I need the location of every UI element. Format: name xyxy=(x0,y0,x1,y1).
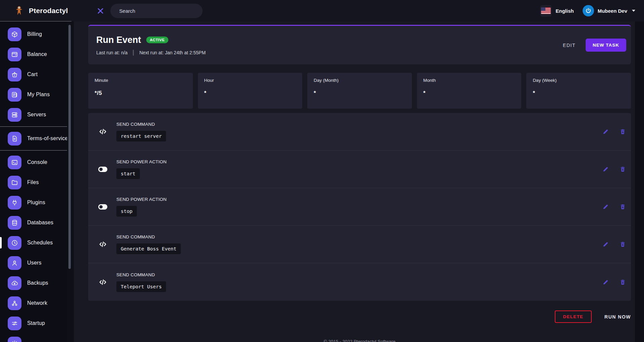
pterodactyl-logo xyxy=(13,5,25,16)
sidebar-item-plugins[interactable]: Plugins xyxy=(0,192,67,213)
sidebar-item-terms-of-service[interactable]: Terms-of-service xyxy=(0,128,67,149)
document-icon xyxy=(8,132,21,146)
task-type-label: SEND COMMAND xyxy=(116,122,166,127)
sidebar-item-backups[interactable]: Backups xyxy=(0,273,67,293)
box-icon xyxy=(8,27,21,41)
wallet-icon xyxy=(8,48,21,61)
us-flag-icon xyxy=(540,5,552,17)
cron-box-day-month: Day (Month) * xyxy=(307,73,412,109)
edit-icon[interactable] xyxy=(602,279,609,285)
task-row: SEND POWER ACTION stop xyxy=(88,188,631,226)
run-now-button[interactable]: RUN NOW xyxy=(604,314,631,320)
plug-icon xyxy=(8,196,21,210)
meta-divider xyxy=(133,50,134,56)
server-icon xyxy=(8,108,21,122)
delete-button[interactable]: DELETE xyxy=(555,310,592,323)
cron-row: Minute */5 Hour * Day (Month) * Month * … xyxy=(88,73,631,109)
page-title: Run Event xyxy=(96,35,141,45)
database-icon xyxy=(8,216,21,230)
sidebar-item-partial[interactable] xyxy=(0,333,67,342)
task-row: SEND COMMAND Teleport Users xyxy=(88,263,631,301)
trash-icon[interactable] xyxy=(619,279,626,285)
edit-button[interactable]: EDIT xyxy=(563,43,576,48)
trash-icon[interactable] xyxy=(619,204,626,210)
cron-box-day-week: Day (Week) * xyxy=(526,73,631,109)
next-run-text: Next run at: Jan 24th at 2:55PM xyxy=(139,50,206,55)
task-type-label: SEND POWER ACTION xyxy=(116,159,167,164)
last-run-text: Last run at: n/a xyxy=(96,50,127,55)
sidebar-divider xyxy=(0,126,67,127)
sliders-icon xyxy=(8,317,21,330)
sidebar-item-schedules[interactable]: Schedules xyxy=(0,233,67,253)
footer-copyright: © 2015 - 2022 Pterodactyl Software xyxy=(88,339,631,342)
trash-icon[interactable] xyxy=(619,241,626,248)
chevron-down-icon xyxy=(632,10,635,12)
user-name: Mubeen Dev xyxy=(598,8,627,14)
sidebar-item-servers[interactable]: Servers xyxy=(0,105,67,125)
toggle-icon xyxy=(98,167,108,172)
sidebar-divider xyxy=(0,150,67,151)
sidebar-item-balance[interactable]: Balance xyxy=(0,44,67,64)
schedule-header-card: Run Event ACTIVE Last run at: n/a Next r… xyxy=(88,25,631,64)
toggle-icon xyxy=(98,204,108,210)
task-list: SEND COMMAND restart server SEND POWER A… xyxy=(88,113,631,301)
task-payload: Teleport Users xyxy=(116,281,166,292)
sidebar: Billing Balance Cart My Plans Servers Te… xyxy=(0,21,67,342)
user-icon xyxy=(8,256,21,270)
task-row: SEND COMMAND Generate Boss Event xyxy=(88,226,631,263)
trash-icon[interactable] xyxy=(619,166,626,173)
code-icon xyxy=(98,240,108,249)
language-switcher[interactable]: English xyxy=(540,5,574,17)
edit-icon[interactable] xyxy=(602,241,609,248)
terminal-icon xyxy=(8,156,21,169)
sidebar-item-my-plans[interactable]: My Plans xyxy=(0,84,67,105)
sidebar-item-billing[interactable]: Billing xyxy=(0,24,67,44)
folder-icon xyxy=(8,176,21,189)
new-task-button[interactable]: NEW TASK xyxy=(586,39,626,52)
gear-icon xyxy=(8,337,21,342)
cloud-icon xyxy=(8,276,21,290)
sidebar-item-startup[interactable]: Startup xyxy=(0,313,67,333)
network-icon xyxy=(8,296,21,310)
newspaper-icon xyxy=(8,88,21,102)
task-row: SEND POWER ACTION start xyxy=(88,151,631,188)
task-payload: stop xyxy=(116,206,137,217)
sidebar-scrollbar[interactable] xyxy=(68,25,71,269)
sidebar-item-network[interactable]: Network xyxy=(0,293,67,313)
task-type-label: SEND COMMAND xyxy=(116,272,166,277)
power-icon xyxy=(585,7,592,14)
edit-icon[interactable] xyxy=(602,166,609,173)
cron-box-minute: Minute */5 xyxy=(88,73,193,109)
task-payload: restart server xyxy=(116,131,166,141)
sidebar-item-console[interactable]: Console xyxy=(0,152,67,172)
search-bar xyxy=(110,4,203,18)
sidebar-item-users[interactable]: Users xyxy=(0,253,67,273)
task-type-label: SEND POWER ACTION xyxy=(116,197,167,202)
trash-icon[interactable] xyxy=(619,128,626,135)
brand-name: Pterodactyl xyxy=(29,7,68,15)
avatar xyxy=(583,5,594,16)
sidebar-item-databases[interactable]: Databases xyxy=(0,213,67,233)
main-content: Run Event ACTIVE Last run at: n/a Next r… xyxy=(74,21,635,342)
cron-box-month: Month * xyxy=(417,73,522,109)
task-row: SEND COMMAND restart server xyxy=(88,113,631,151)
task-payload: start xyxy=(116,168,140,179)
close-icon[interactable] xyxy=(97,7,104,14)
sidebar-item-cart[interactable]: Cart xyxy=(0,64,67,84)
bottom-actions: DELETE RUN NOW xyxy=(88,310,631,323)
sidebar-item-files[interactable]: Files xyxy=(0,172,67,192)
search-input[interactable] xyxy=(119,8,193,14)
sidebar-top-divider xyxy=(0,21,71,21)
brand[interactable]: Pterodactyl xyxy=(13,5,68,16)
clock-icon xyxy=(8,236,21,250)
basket-icon xyxy=(8,68,21,81)
user-menu[interactable]: Mubeen Dev xyxy=(583,5,635,16)
language-label: English xyxy=(555,8,574,14)
task-type-label: SEND COMMAND xyxy=(116,234,181,239)
code-icon xyxy=(98,278,108,287)
edit-icon[interactable] xyxy=(602,128,609,135)
edit-icon[interactable] xyxy=(602,204,609,210)
cron-box-hour: Hour * xyxy=(198,73,303,109)
topbar: Pterodactyl English Mubeen Dev xyxy=(0,0,644,21)
task-payload: Generate Boss Event xyxy=(116,243,181,254)
